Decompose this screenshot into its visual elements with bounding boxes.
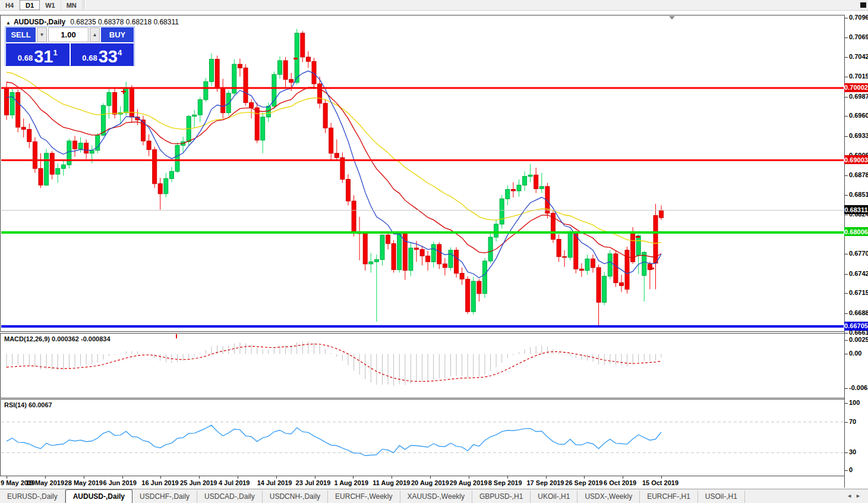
date-tick-mark bbox=[507, 476, 508, 479]
timeframe-button-w1[interactable]: W1 bbox=[40, 0, 61, 10]
window-button[interactable] bbox=[860, 2, 866, 8]
volume-decrease-button[interactable]: ▼ bbox=[37, 27, 47, 42]
date-tick-label: 17 Sep 2019 bbox=[527, 479, 564, 486]
collapse-trade-panel-icon[interactable]: ▲ bbox=[6, 20, 11, 26]
rsi-panel: RSI(14) 60.0067 bbox=[0, 399, 845, 476]
price-tick-mark bbox=[845, 333, 848, 334]
price-badge: 0.68006 bbox=[844, 227, 868, 236]
macd-label: MACD(12,26,9) 0.000362 -0.000834 bbox=[4, 335, 111, 342]
price-tick-mark bbox=[845, 116, 848, 117]
date-tick-label: 19 May 2019 bbox=[26, 479, 64, 486]
price-tick-label: 0.69330 bbox=[849, 132, 868, 139]
tab-scroll-right-icon: ► bbox=[856, 493, 864, 499]
sell-button[interactable]: SELL bbox=[6, 27, 36, 42]
price-badge: 0.68311 bbox=[844, 205, 868, 214]
symbol-tab-audusd-daily[interactable]: AUDUSD-,Daily bbox=[65, 489, 132, 503]
date-tick-mark bbox=[584, 476, 585, 479]
symbol-tab-eurchf-h1[interactable]: EURCHF-,H1 bbox=[640, 491, 698, 503]
macd-tick-label: 0.002574 bbox=[849, 336, 868, 343]
symbol-tab-eurusd-daily[interactable]: EURUSD-,Daily bbox=[0, 491, 65, 503]
symbol-tab-bar: EURUSD-,DailyAUDUSD-,DailyUSDCHF-,DailyU… bbox=[0, 489, 868, 503]
rsi-tick-label: 30 bbox=[849, 448, 856, 455]
rsi-label: RSI(14) 60.0067 bbox=[4, 401, 52, 408]
sell-price-display[interactable]: 0.68 31 1 bbox=[6, 43, 70, 66]
tab-scroll-left-icon: ◄ bbox=[847, 493, 856, 499]
price-tick-label: 0.69605 bbox=[849, 112, 868, 119]
date-tick-mark bbox=[353, 476, 353, 479]
date-tick-mark bbox=[45, 476, 46, 479]
symbol-tab-usdx-weekly[interactable]: USDX-,Weekly bbox=[577, 491, 640, 503]
rsi-tick-label: 100 bbox=[849, 399, 860, 406]
chart-symbol-header: ▲AUDUSD-,Daily0.68235 0.68378 0.68218 0.… bbox=[6, 18, 179, 26]
price-tick-mark bbox=[845, 215, 848, 215]
macd-canvas[interactable] bbox=[1, 334, 844, 398]
rsi-tick-mark bbox=[845, 470, 848, 471]
date-tick-mark bbox=[84, 476, 84, 479]
sell-price-prefix: 0.68 bbox=[18, 54, 33, 62]
timeframe-button-mn[interactable]: MN bbox=[61, 0, 83, 10]
price-tick-label: 0.67700 bbox=[849, 250, 868, 257]
symbol-tab-usdchf-daily[interactable]: USDCHF-,Daily bbox=[132, 491, 197, 503]
buy-price-display[interactable]: 0.68 33 4 bbox=[71, 43, 134, 66]
buy-price-sup: 4 bbox=[118, 48, 122, 57]
price-tick-mark bbox=[845, 77, 848, 77]
price-tick-label: 0.66880 bbox=[849, 309, 868, 316]
symbol-tab-xauusd-weekly[interactable]: XAUUSD-,Weekly bbox=[400, 491, 472, 503]
price-tick-mark bbox=[845, 175, 848, 176]
tab-scroll-arrows[interactable]: ◄► bbox=[847, 493, 864, 499]
date-tick-mark bbox=[238, 476, 238, 479]
symbol-tab-gbpusd-h1[interactable]: GBPUSD-,H1 bbox=[472, 491, 531, 503]
date-tick-label: 25 Jun 2019 bbox=[180, 479, 217, 486]
price-tick-mark bbox=[845, 274, 848, 275]
date-tick-label: 4 Jul 2019 bbox=[219, 479, 250, 486]
date-tick-label: 16 Jun 2019 bbox=[141, 479, 178, 486]
price-tick-label: 0.70695 bbox=[849, 33, 868, 40]
price-badge: 0.70002 bbox=[844, 83, 868, 92]
date-tick-mark bbox=[661, 476, 662, 479]
symbol-title: AUDUSD-,Daily bbox=[14, 18, 65, 26]
price-tick-mark bbox=[845, 136, 848, 137]
symbol-tab-usdcad-daily[interactable]: USDCAD-,Daily bbox=[197, 491, 263, 503]
price-tick-mark bbox=[845, 97, 848, 98]
date-tick-label: 20 Aug 2019 bbox=[411, 479, 449, 486]
volume-increase-button[interactable]: ▲ bbox=[90, 27, 100, 42]
rsi-tick-mark bbox=[845, 452, 848, 453]
date-tick-mark bbox=[199, 476, 200, 479]
timeframe-button-d1[interactable]: D1 bbox=[20, 0, 40, 10]
timeframe-toolbar: H4D1W1MN bbox=[0, 0, 868, 11]
sell-price-big: 31 bbox=[34, 49, 53, 64]
price-tick-label: 0.69875 bbox=[849, 93, 868, 100]
price-tick-label: 0.68515 bbox=[849, 191, 868, 198]
symbol-tab-usdcnh-daily[interactable]: USDCNH-,Daily bbox=[263, 491, 328, 503]
price-tick-label: 0.68785 bbox=[849, 171, 868, 178]
date-axis[interactable]: 9 May 201919 May 201928 May 20196 Jun 20… bbox=[0, 476, 845, 488]
price-tick-mark bbox=[845, 18, 848, 18]
date-tick-label: 15 Oct 2019 bbox=[642, 479, 678, 486]
macd-tick-mark bbox=[845, 388, 848, 389]
timeframe-button-h4[interactable]: H4 bbox=[0, 0, 20, 10]
volume-input[interactable]: 1.00 bbox=[48, 27, 89, 42]
date-tick-label: 11 Aug 2019 bbox=[373, 479, 410, 486]
macd-tick-mark bbox=[845, 340, 848, 341]
price-tick-label: 0.67155 bbox=[849, 289, 868, 296]
rsi-canvas[interactable] bbox=[1, 400, 844, 476]
macd-tick-mark bbox=[845, 354, 848, 354]
macd-panel: MACD(12,26,9) 0.000362 -0.000834 bbox=[0, 333, 845, 398]
rsi-tick-label: 0 bbox=[849, 466, 853, 473]
price-tick-mark bbox=[845, 313, 848, 314]
symbol-tab-eurchf-weekly[interactable]: EURCHF-,Weekly bbox=[328, 491, 400, 503]
symbol-tab-ukoil-h1[interactable]: UKOil-,H1 bbox=[531, 491, 577, 503]
date-tick-label: 6 Oct 2019 bbox=[604, 479, 636, 486]
date-tick-mark bbox=[276, 476, 277, 479]
price-tick-label: 0.70150 bbox=[849, 73, 868, 80]
date-tick-label: 1 Aug 2019 bbox=[334, 479, 368, 486]
symbol-ohlc: 0.68235 0.68378 0.68218 0.68311 bbox=[70, 18, 179, 26]
date-tick-mark bbox=[623, 476, 623, 479]
date-tick-label: 6 Jun 2019 bbox=[103, 479, 137, 486]
one-click-trading-panel: SELL ▼ 1.00 ▲ BUY 0.68 31 1 0.68 33 4 bbox=[5, 26, 135, 66]
price-badge: 0.66705 bbox=[844, 322, 868, 331]
rsi-tick-mark bbox=[845, 422, 848, 423]
symbol-tab-usoil-h1[interactable]: USOil-,H1 bbox=[698, 491, 745, 503]
price-tick-label: 0.70420 bbox=[849, 53, 868, 60]
buy-button[interactable]: BUY bbox=[101, 27, 134, 42]
